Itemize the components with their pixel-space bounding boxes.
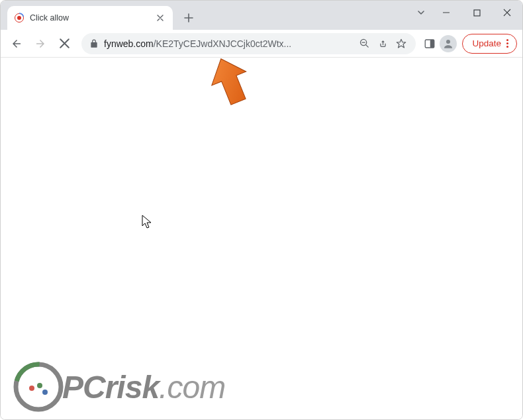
watermark: PCrisk.com	[13, 362, 225, 412]
zoom-icon[interactable]	[357, 37, 371, 50]
minimize-button[interactable]	[431, 1, 461, 25]
watermark-text: PCrisk.com	[62, 369, 225, 405]
tab-search-button[interactable]	[411, 1, 431, 25]
profile-button[interactable]	[440, 35, 457, 52]
svg-rect-2	[474, 10, 480, 16]
maximize-button[interactable]	[461, 1, 492, 25]
window-controls	[411, 1, 522, 25]
watermark-logo-icon	[13, 362, 64, 412]
tab-favicon-icon	[14, 13, 24, 23]
bookmark-star-icon[interactable]	[395, 37, 408, 50]
svg-point-6	[446, 40, 450, 44]
svg-rect-5	[430, 40, 434, 48]
svg-point-1	[17, 16, 21, 20]
url-text: fynweb.com/KE2TyCEJwdXNJCCjk0ct2Wtx...	[104, 38, 352, 49]
update-label: Update	[472, 38, 501, 48]
tab-title: Click allow	[30, 13, 149, 23]
watermark-tld: .com	[159, 370, 225, 405]
side-panel-button[interactable]	[422, 36, 437, 51]
close-window-button[interactable]	[492, 1, 522, 25]
svg-point-11	[42, 390, 48, 395]
browser-window: Click allow	[0, 0, 523, 420]
title-bar: Click allow	[1, 1, 522, 30]
url-path: /KE2TyCEJwdXNJCCjk0ct2Wtx...	[154, 38, 292, 49]
lock-icon	[89, 39, 99, 48]
update-button[interactable]: Update	[462, 34, 517, 54]
svg-point-9	[29, 386, 34, 391]
watermark-brand-strong: PC	[62, 370, 105, 405]
address-bar[interactable]: fynweb.com/KE2TyCEJwdXNJCCjk0ct2Wtx...	[81, 33, 416, 54]
active-tab[interactable]: Click allow	[7, 6, 173, 30]
toolbar: fynweb.com/KE2TyCEJwdXNJCCjk0ct2Wtx... U…	[1, 30, 522, 58]
forward-button[interactable]	[30, 33, 51, 54]
tab-close-button[interactable]	[154, 12, 166, 24]
share-icon[interactable]	[376, 37, 389, 50]
stop-reload-button[interactable]	[54, 33, 75, 54]
svg-point-10	[37, 383, 42, 388]
url-domain: fynweb.com	[104, 38, 154, 49]
menu-kebab-icon	[506, 39, 508, 48]
back-button[interactable]	[6, 33, 27, 54]
new-tab-button[interactable]	[179, 9, 198, 27]
watermark-brand-rest: risk	[105, 370, 159, 405]
